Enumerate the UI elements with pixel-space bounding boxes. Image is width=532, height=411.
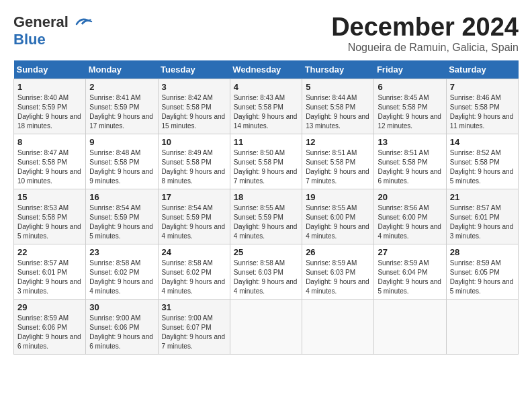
- day-number: 20: [378, 192, 442, 202]
- logo-bird-icon: [71, 15, 93, 30]
- day-info: Sunrise: 8:58 AMSunset: 6:02 PMDaylight:…: [89, 259, 154, 296]
- day-info: Sunrise: 9:00 AMSunset: 6:07 PMDaylight:…: [162, 314, 226, 351]
- day-number: 19: [306, 192, 370, 202]
- calendar-cell: 21Sunrise: 8:57 AMSunset: 6:01 PMDayligh…: [446, 189, 518, 244]
- day-number: 11: [234, 137, 298, 147]
- day-number: 25: [234, 247, 298, 257]
- day-number: 6: [378, 82, 442, 92]
- weekday-header-saturday: Saturday: [446, 60, 518, 79]
- calendar-cell: 19Sunrise: 8:55 AMSunset: 6:00 PMDayligh…: [302, 189, 374, 244]
- day-info: Sunrise: 8:51 AMSunset: 5:58 PMDaylight:…: [306, 148, 370, 186]
- calendar-cell: 16Sunrise: 8:54 AMSunset: 5:59 PMDayligh…: [86, 189, 158, 244]
- calendar-cell: 20Sunrise: 8:56 AMSunset: 6:00 PMDayligh…: [374, 189, 446, 244]
- day-number: 26: [306, 247, 370, 257]
- day-info: Sunrise: 8:41 AMSunset: 5:59 PMDaylight:…: [89, 93, 154, 131]
- day-number: 16: [89, 192, 154, 202]
- day-info: Sunrise: 8:54 AMSunset: 5:59 PMDaylight:…: [162, 203, 226, 241]
- calendar-week-2: 8Sunrise: 8:47 AMSunset: 5:58 PMDaylight…: [14, 134, 519, 189]
- day-number: 24: [162, 247, 226, 257]
- day-number: 4: [234, 82, 298, 92]
- calendar-cell: 4Sunrise: 8:43 AMSunset: 5:58 PMDaylight…: [230, 79, 302, 134]
- calendar-cell: 26Sunrise: 8:59 AMSunset: 6:03 PMDayligh…: [302, 244, 374, 299]
- calendar-cell: 27Sunrise: 8:59 AMSunset: 6:04 PMDayligh…: [374, 244, 446, 299]
- calendar-cell: [230, 299, 302, 354]
- logo-general: General: [13, 13, 69, 31]
- calendar-cell: 2Sunrise: 8:41 AMSunset: 5:59 PMDaylight…: [86, 79, 158, 134]
- day-info: Sunrise: 8:46 AMSunset: 5:58 PMDaylight:…: [450, 93, 515, 131]
- day-info: Sunrise: 9:00 AMSunset: 6:06 PMDaylight:…: [89, 314, 154, 351]
- calendar-cell: 30Sunrise: 9:00 AMSunset: 6:06 PMDayligh…: [86, 299, 158, 354]
- weekday-header-wednesday: Wednesday: [230, 60, 302, 79]
- day-info: Sunrise: 8:57 AMSunset: 6:01 PMDaylight:…: [17, 259, 82, 296]
- day-number: 18: [234, 192, 298, 202]
- day-info: Sunrise: 8:59 AMSunset: 6:06 PMDaylight:…: [17, 314, 82, 351]
- day-number: 5: [306, 82, 370, 92]
- day-info: Sunrise: 8:40 AMSunset: 5:59 PMDaylight:…: [17, 93, 82, 131]
- day-info: Sunrise: 8:50 AMSunset: 5:58 PMDaylight:…: [234, 148, 298, 186]
- day-number: 8: [17, 137, 82, 147]
- logo-blue: Blue: [13, 31, 46, 48]
- day-info: Sunrise: 8:55 AMSunset: 6:00 PMDaylight:…: [306, 203, 370, 241]
- day-info: Sunrise: 8:55 AMSunset: 5:59 PMDaylight:…: [234, 203, 298, 241]
- day-info: Sunrise: 8:59 AMSunset: 6:05 PMDaylight:…: [450, 259, 515, 296]
- day-info: Sunrise: 8:57 AMSunset: 6:01 PMDaylight:…: [450, 203, 515, 241]
- day-number: 12: [306, 137, 370, 147]
- calendar-cell: 5Sunrise: 8:44 AMSunset: 5:58 PMDaylight…: [302, 79, 374, 134]
- weekday-header-sunday: Sunday: [14, 60, 86, 79]
- day-number: 22: [17, 247, 82, 257]
- calendar-cell: 8Sunrise: 8:47 AMSunset: 5:58 PMDaylight…: [14, 134, 86, 189]
- calendar-cell: 15Sunrise: 8:53 AMSunset: 5:58 PMDayligh…: [14, 189, 86, 244]
- day-number: 2: [89, 82, 154, 92]
- day-info: Sunrise: 8:44 AMSunset: 5:58 PMDaylight:…: [306, 93, 370, 131]
- calendar-cell: 13Sunrise: 8:51 AMSunset: 5:58 PMDayligh…: [374, 134, 446, 189]
- calendar-cell: 11Sunrise: 8:50 AMSunset: 5:58 PMDayligh…: [230, 134, 302, 189]
- logo: General Blue: [13, 13, 93, 48]
- day-number: 28: [450, 247, 515, 257]
- day-info: Sunrise: 8:51 AMSunset: 5:58 PMDaylight:…: [378, 148, 442, 186]
- day-info: Sunrise: 8:47 AMSunset: 5:58 PMDaylight:…: [17, 148, 82, 186]
- calendar-cell: 1Sunrise: 8:40 AMSunset: 5:59 PMDaylight…: [14, 79, 86, 134]
- calendar-cell: 9Sunrise: 8:48 AMSunset: 5:58 PMDaylight…: [86, 134, 158, 189]
- day-info: Sunrise: 8:52 AMSunset: 5:58 PMDaylight:…: [450, 148, 515, 186]
- calendar-cell: 6Sunrise: 8:45 AMSunset: 5:58 PMDaylight…: [374, 79, 446, 134]
- weekday-header-tuesday: Tuesday: [158, 60, 230, 79]
- calendar-cell: 12Sunrise: 8:51 AMSunset: 5:58 PMDayligh…: [302, 134, 374, 189]
- calendar-cell: 25Sunrise: 8:58 AMSunset: 6:03 PMDayligh…: [230, 244, 302, 299]
- calendar-table: SundayMondayTuesdayWednesdayThursdayFrid…: [13, 60, 519, 355]
- calendar-cell: 28Sunrise: 8:59 AMSunset: 6:05 PMDayligh…: [446, 244, 518, 299]
- day-number: 23: [89, 247, 154, 257]
- day-number: 9: [89, 137, 154, 147]
- weekday-header-row: SundayMondayTuesdayWednesdayThursdayFrid…: [14, 60, 519, 79]
- day-number: 10: [162, 137, 226, 147]
- day-number: 3: [162, 82, 226, 92]
- day-info: Sunrise: 8:49 AMSunset: 5:58 PMDaylight:…: [162, 148, 226, 186]
- day-number: 29: [17, 302, 82, 312]
- day-info: Sunrise: 8:59 AMSunset: 6:04 PMDaylight:…: [378, 259, 442, 296]
- calendar-cell: 3Sunrise: 8:42 AMSunset: 5:58 PMDaylight…: [158, 79, 230, 134]
- day-info: Sunrise: 8:59 AMSunset: 6:03 PMDaylight:…: [306, 259, 370, 296]
- weekday-header-monday: Monday: [86, 60, 158, 79]
- weekday-header-thursday: Thursday: [302, 60, 374, 79]
- day-number: 17: [162, 192, 226, 202]
- calendar-cell: 14Sunrise: 8:52 AMSunset: 5:58 PMDayligh…: [446, 134, 518, 189]
- calendar-week-4: 22Sunrise: 8:57 AMSunset: 6:01 PMDayligh…: [14, 244, 519, 299]
- day-number: 14: [450, 137, 515, 147]
- day-number: 30: [89, 302, 154, 312]
- weekday-header-friday: Friday: [374, 60, 446, 79]
- day-number: 1: [17, 82, 82, 92]
- calendar-week-1: 1Sunrise: 8:40 AMSunset: 5:59 PMDaylight…: [14, 79, 519, 134]
- calendar-cell: 22Sunrise: 8:57 AMSunset: 6:01 PMDayligh…: [14, 244, 86, 299]
- day-info: Sunrise: 8:58 AMSunset: 6:02 PMDaylight:…: [162, 259, 226, 296]
- calendar-week-5: 29Sunrise: 8:59 AMSunset: 6:06 PMDayligh…: [14, 299, 519, 354]
- day-number: 21: [450, 192, 515, 202]
- calendar-cell: 17Sunrise: 8:54 AMSunset: 5:59 PMDayligh…: [158, 189, 230, 244]
- calendar-cell: 18Sunrise: 8:55 AMSunset: 5:59 PMDayligh…: [230, 189, 302, 244]
- calendar-cell: 10Sunrise: 8:49 AMSunset: 5:58 PMDayligh…: [158, 134, 230, 189]
- calendar-cell: 24Sunrise: 8:58 AMSunset: 6:02 PMDayligh…: [158, 244, 230, 299]
- day-number: 7: [450, 82, 515, 92]
- day-number: 31: [162, 302, 226, 312]
- day-number: 15: [17, 192, 82, 202]
- location-subtitle: Nogueira de Ramuin, Galicia, Spain: [331, 42, 519, 54]
- calendar-cell: 29Sunrise: 8:59 AMSunset: 6:06 PMDayligh…: [14, 299, 86, 354]
- day-info: Sunrise: 8:43 AMSunset: 5:58 PMDaylight:…: [234, 93, 298, 131]
